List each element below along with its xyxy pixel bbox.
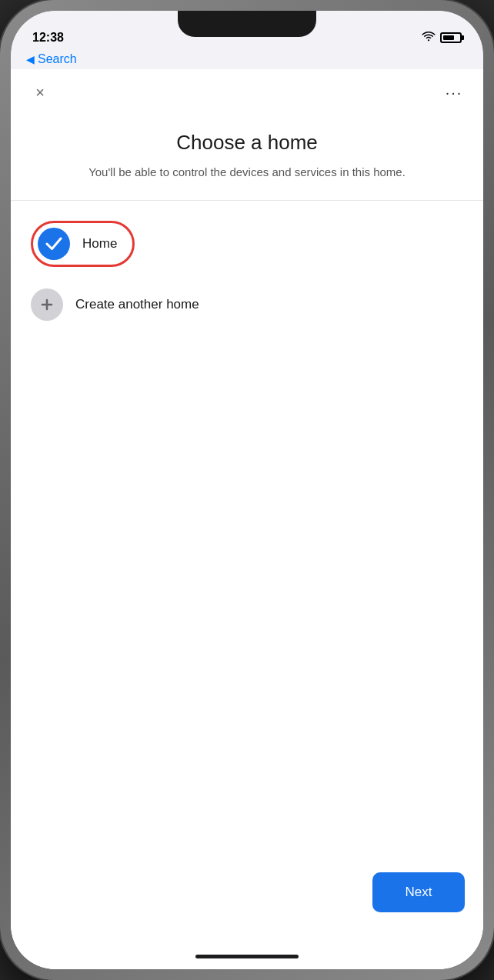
battery-icon	[440, 32, 462, 43]
phone-inner: 12:38 ◀ Sear	[11, 11, 483, 969]
back-button[interactable]: ◀ Search	[26, 52, 77, 66]
home-option-label: Home	[82, 236, 117, 252]
home-indicator	[11, 943, 483, 969]
page-title-section: Choose a home You'll be able to control …	[11, 115, 483, 201]
back-chevron-icon: ◀	[26, 53, 35, 65]
home-option[interactable]: Home	[28, 216, 466, 272]
wifi-icon	[422, 31, 436, 45]
nav-back: ◀ Search	[11, 49, 483, 69]
screen: 12:38 ◀ Sear	[11, 11, 483, 969]
status-time: 12:38	[32, 31, 64, 45]
app-header: × ···	[11, 69, 483, 115]
home-bar	[195, 955, 299, 958]
close-button[interactable]: ×	[28, 80, 52, 105]
home-selected-icon	[38, 228, 70, 260]
more-button[interactable]: ···	[442, 80, 466, 105]
content-spacer	[11, 341, 483, 861]
page-subtitle: You'll be able to control the devices an…	[34, 164, 460, 182]
main-content: × ··· Choose a home You'll be able to co…	[11, 69, 483, 969]
create-home-icon	[31, 288, 63, 321]
create-home-option[interactable]: Create another home	[28, 284, 466, 325]
next-button[interactable]: Next	[372, 872, 465, 912]
options-list: Home Create another home	[11, 201, 483, 341]
bottom-area: Next	[11, 860, 483, 943]
phone-frame: 12:38 ◀ Sear	[0, 0, 494, 980]
notch	[178, 11, 316, 37]
page-title: Choose a home	[34, 131, 460, 155]
status-icons	[422, 31, 462, 45]
create-home-label: Create another home	[75, 297, 199, 312]
back-label: Search	[38, 52, 77, 66]
home-option-wrapper: Home	[31, 221, 135, 267]
